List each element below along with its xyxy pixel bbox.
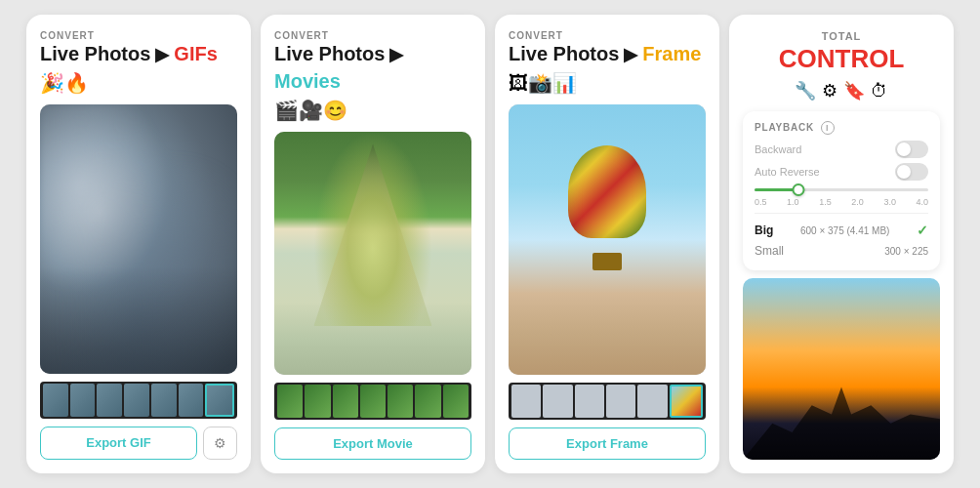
film-frame (443, 385, 469, 418)
icons-row-3: 🖼📸📊 (509, 71, 706, 95)
emoji-icons-1: 🎉🔥 (40, 71, 89, 95)
tick-5: 3.0 (883, 197, 896, 207)
icons-row-1: 🎉🔥 (40, 71, 237, 95)
size-big-option[interactable]: Big 600 × 375 (4.41 MB) ✓ (755, 220, 928, 241)
film-frame (43, 384, 68, 417)
panel-frame: CONVERT Live Photos ▶ Frame 🖼📸📊 Export F… (495, 15, 719, 473)
tick-1: 0.5 (755, 197, 767, 207)
playback-label: PLAYBACK i (755, 121, 928, 135)
info-icon[interactable]: i (821, 121, 835, 135)
convert-label-2: CONVERT (274, 30, 471, 41)
slider-thumb[interactable] (792, 183, 804, 196)
export-gif-button[interactable]: Export GIF (40, 427, 197, 460)
gif-accent-label: GIFs (174, 43, 217, 65)
film-frame (360, 385, 386, 418)
frame-accent-label: Frame (642, 43, 701, 65)
export-movie-button[interactable]: Export Movie (274, 427, 471, 460)
divider (755, 213, 928, 214)
backward-label: Backward (755, 143, 801, 155)
film-frame-selected (205, 384, 234, 417)
panel4-inner: TOTAL CONTROL 🔧 ⚙ 🔖 ⏱ PLAYBACK i Backwar… (743, 30, 940, 460)
auto-reverse-row: Auto Reverse (755, 163, 928, 181)
panel-movie: CONVERT Live Photos ▶ Movies 🎬🎥😊 Export … (261, 15, 485, 473)
film-frame (543, 385, 572, 418)
icons-row-4: 🔧 ⚙ 🔖 ⏱ (743, 80, 940, 102)
live-photos-label-2: Live Photos (274, 43, 385, 65)
tick-6: 4.0 (916, 197, 928, 207)
bookmark-icon: 🔖 (843, 80, 865, 102)
film-frame (388, 385, 413, 418)
panel-gif: CONVERT Live Photos ▶ GIFs 🎉🔥 Export GIF… (26, 15, 251, 473)
checkmark-icon: ✓ (917, 223, 928, 238)
icons-row-2: 🎬🎥😊 (274, 99, 471, 122)
photo-preview-3 (509, 104, 706, 375)
panel-control: TOTAL CONTROL 🔧 ⚙ 🔖 ⏱ PLAYBACK i Backwar… (729, 15, 954, 473)
backward-toggle[interactable] (895, 141, 928, 158)
film-frame (305, 385, 330, 418)
photo-preview-2 (274, 132, 471, 375)
film-frame-selected (670, 385, 703, 418)
total-label: TOTAL (743, 30, 940, 42)
film-frame (511, 385, 541, 418)
film-frame (333, 385, 358, 418)
auto-reverse-label: Auto Reverse (755, 166, 820, 178)
filmstrip-2 (274, 383, 471, 420)
size-small-label: Small (755, 244, 784, 258)
image-area-3 (509, 104, 706, 375)
film-frame (606, 385, 635, 418)
size-small-value: 300 × 225 (884, 246, 928, 257)
control-title: CONTROL (779, 44, 905, 73)
title-row-2: Live Photos ▶ Movies (274, 43, 471, 93)
size-small-option[interactable]: Small 300 × 225 (755, 241, 928, 261)
tool-icon: 🔧 (795, 80, 816, 102)
tick-2: 1.0 (787, 197, 799, 207)
arrow-1: ▶ (155, 44, 169, 65)
film-frame (151, 384, 177, 417)
size-big-value: 600 × 375 (4.41 MB) (800, 225, 889, 236)
arrow-3: ▶ (624, 44, 637, 65)
title-row-1: Live Photos ▶ GIFs (40, 43, 237, 65)
film-frame (97, 384, 122, 417)
auto-reverse-toggle[interactable] (895, 163, 928, 181)
gear-button[interactable]: ⚙ (203, 427, 237, 460)
film-frame (277, 385, 303, 418)
slider-ticks: 0.5 1.0 1.5 2.0 3.0 4.0 (755, 197, 928, 207)
speed-slider-track[interactable] (755, 188, 928, 191)
convert-label-3: CONVERT (509, 30, 706, 41)
emoji-icons-2: 🎬🎥😊 (274, 99, 347, 122)
film-frame (575, 385, 604, 418)
export-frame-button[interactable]: Export Frame (509, 427, 706, 460)
image-area-2 (274, 132, 471, 375)
control-card: PLAYBACK i Backward Auto Reverse 0.5 1.0… (743, 111, 940, 270)
film-frame (70, 384, 96, 417)
live-photos-label-3: Live Photos (509, 43, 619, 65)
photo-preview-1 (40, 104, 237, 374)
live-photos-label-1: Live Photos (40, 43, 150, 65)
filmstrip-1 (40, 382, 237, 419)
backward-row: Backward (755, 141, 928, 158)
tick-4: 2.0 (851, 197, 864, 207)
movie-accent-label: Movies (274, 70, 341, 93)
film-frame (179, 384, 204, 417)
film-frame (415, 385, 440, 418)
size-big-label: Big (755, 224, 773, 237)
image-area-1 (40, 104, 237, 374)
convert-label-1: CONVERT (40, 30, 237, 41)
emoji-icons-3: 🖼📸📊 (509, 71, 577, 95)
silhouette-image (743, 278, 940, 460)
film-frame (637, 385, 667, 418)
gear-icon: ⚙ (822, 80, 837, 102)
tick-3: 1.5 (819, 197, 832, 207)
btn-row-1: Export GIF ⚙ (40, 427, 237, 460)
filmstrip-3 (509, 383, 706, 420)
timer-icon: ⏱ (871, 81, 888, 102)
film-frame (124, 384, 149, 417)
title-row-3: Live Photos ▶ Frame (509, 43, 706, 65)
arrow-2: ▶ (389, 44, 403, 65)
